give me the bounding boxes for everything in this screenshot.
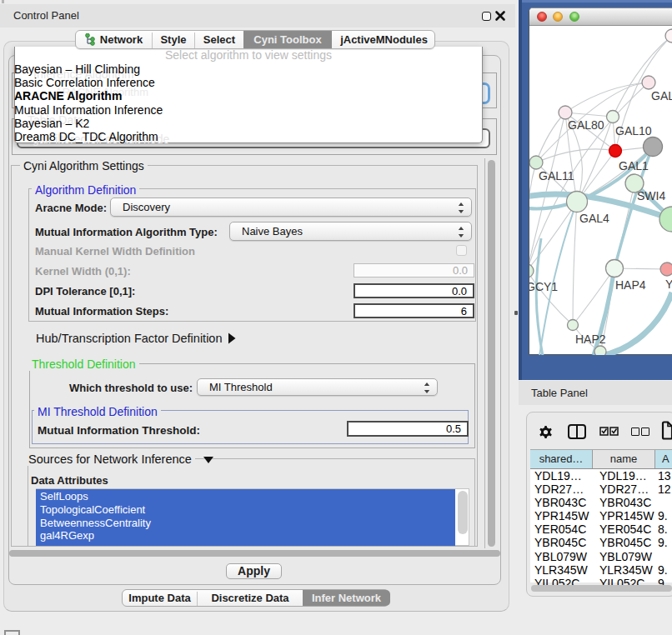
svg-text:Y: Y [665, 278, 672, 291]
svg-text:GAL7: GAL7 [651, 89, 672, 102]
svg-text:GAL80: GAL80 [568, 118, 604, 132]
svg-text:SWI4: SWI4 [637, 189, 665, 202]
svg-text:GAL1: GAL1 [619, 159, 649, 172]
svg-text:GAL10: GAL10 [615, 124, 652, 138]
svg-text:HAP2: HAP2 [575, 332, 606, 346]
svg-text:GCY1: GCY1 [529, 280, 558, 293]
svg-text:GAL4: GAL4 [579, 212, 609, 225]
svg-text:GAL11: GAL11 [539, 169, 574, 182]
svg-text:HAP4: HAP4 [615, 278, 646, 292]
